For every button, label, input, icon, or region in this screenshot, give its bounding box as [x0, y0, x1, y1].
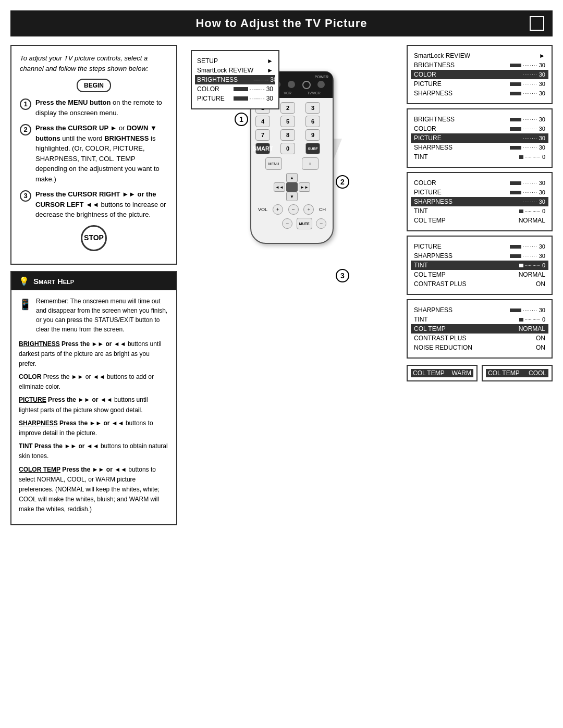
clock-button[interactable] [317, 81, 325, 88]
main-layout: To adjust your TV picture controls, sele… [10, 45, 553, 525]
menu3-color: COLOR ········ 30 [414, 178, 545, 188]
menu2-tint: TINT ············ 0 [414, 152, 545, 162]
menu-preview-box: SETUP ► SmartLock REVIEW ► BRIGHTNESS ··… [191, 50, 279, 109]
help-color: COLOR Press the ►► or ◄◄ buttons to add … [19, 372, 169, 392]
bottom-row: COL TEMP WARM COL TEMP COOL [407, 365, 553, 381]
step-circle-3: 3 [336, 269, 349, 282]
color-bar [234, 87, 248, 91]
dpad-down-button[interactable]: ▼ [286, 192, 298, 201]
num-6-button[interactable]: 6 [305, 116, 320, 127]
menu3-picture: PICTURE ········ 30 [414, 188, 545, 197]
menu-row-picture: PICTURE ········ 30 [197, 94, 273, 103]
menu4-contrast: CONTRAST PLUS ON [414, 279, 545, 289]
center-column: SETUP ► SmartLock REVIEW ► BRIGHTNESS ··… [186, 45, 398, 525]
menu5-noise: NOISE REDUCTION ON [414, 343, 545, 352]
tv-menu-2: BRIGHTNESS ········ 30 COLOR ········ 30 [407, 108, 553, 168]
menu1-picture: PICTURE ········ 30 [414, 79, 545, 89]
power-label: POWER [315, 75, 328, 79]
step-2: 2 Press the CURSOR UP ► or DOWN ▼ button… [20, 123, 168, 184]
num-3-button[interactable]: 3 [305, 102, 320, 114]
remote-mute-row: – MUTE – [255, 218, 328, 229]
dpad-right-button[interactable]: ►► [299, 182, 310, 192]
num-0-button[interactable]: 0 [280, 143, 295, 154]
help-picture: PICTURE Press the ►► or ◄◄ buttons until… [19, 395, 169, 415]
remote-dpad: ▲ ◄◄ ►► ▼ [268, 173, 315, 201]
ch-label: CH [319, 207, 326, 212]
menu-row-brightness: BRIGHTNESS ········ 30 [195, 75, 275, 84]
step-3-text: Press the CURSOR RIGHT ►► or the CURSOR … [35, 189, 168, 220]
picture-bar [234, 96, 248, 101]
num-8-button[interactable]: 8 [280, 129, 295, 141]
menu5-sharpness: SHARPNESS ········ 30 [414, 305, 545, 315]
ch-minus-button[interactable]: – [316, 218, 326, 229]
bulb-icon: 💡 [19, 276, 29, 286]
surf-label-button[interactable]: SURF [305, 143, 320, 154]
vol-label: VOL [258, 207, 267, 212]
remote-numpad: 1 2 3 4 5 6 7 8 9 SMART 0 SURF [255, 102, 328, 154]
begin-badge: BEGIN [77, 79, 111, 92]
menu1-brightness: BRIGHTNESS ········ 30 [414, 60, 545, 70]
intro-text: To adjust your TV picture controls, sele… [20, 53, 168, 73]
dpad-left-button[interactable]: ◄◄ [274, 182, 285, 192]
smart-help-header: 💡 Smart Help [11, 272, 176, 290]
dpad-down-row: ▼ [286, 192, 298, 201]
step-3-number: 3 [20, 190, 31, 202]
num-9-button[interactable]: 9 [305, 129, 320, 141]
right-column: SmartLock REVIEW ► BRIGHTNESS ········ 3… [407, 45, 553, 525]
vol-plus-button[interactable]: + [273, 204, 283, 215]
menu4-picture: PICTURE ········ 30 [414, 242, 545, 251]
vol-minus-button[interactable]: – [282, 218, 292, 229]
menu5-tint: TINT ············ 0 [414, 315, 545, 324]
coltemp-warm-box: COL TEMP WARM [407, 365, 478, 381]
dpad-center-button[interactable] [286, 182, 298, 192]
menu4-sharpness: SHARPNESS ········ 30 [414, 251, 545, 261]
menu-row-smartlock: SmartLock REVIEW ► [197, 66, 273, 75]
help-items: BRIGHTNESS Press the ►► or ◄◄ buttons un… [19, 339, 169, 515]
num-5-button[interactable]: 5 [280, 116, 295, 127]
vcr-label: VCR [284, 91, 291, 95]
tv-menu-3: COLOR ········ 30 PICTURE ········ 30 [407, 172, 553, 231]
smart-help-content: 📱 Remember: The onscreen menu will time … [11, 290, 176, 524]
tvvcr-label: TV/VCR [307, 91, 321, 95]
step-circle-1: 1 [235, 113, 248, 126]
help-colortemp: COLOR TEMP Press the ►► or ◄◄ buttons to… [19, 465, 169, 515]
menu-row-color: COLOR ········ 30 [197, 84, 273, 94]
power-button[interactable] [302, 81, 311, 89]
mute-label-button[interactable]: MUTE [297, 218, 312, 229]
instructions-box: To adjust your TV picture controls, sele… [10, 45, 177, 265]
tv-menu-4: PICTURE ········ 30 SHARPNESS ········ 3… [407, 236, 553, 295]
help-sharpness: SHARPNESS Press the ►► or ◄◄ buttons to … [19, 418, 169, 438]
coltemp-warm-row: COL TEMP WARM [411, 369, 473, 377]
dpad-mid-row: ◄◄ ►► [274, 182, 310, 192]
stack-icon: 📱 [19, 297, 32, 334]
cc-button[interactable] [288, 81, 295, 88]
menu-button[interactable]: MENU [265, 157, 282, 170]
brightness-bar [238, 78, 252, 82]
menu4-coltemp: COL TEMP NORMAL [414, 270, 545, 279]
menu5-coltemp: COL TEMP NORMAL [411, 324, 548, 334]
remote-vol-row: VOL + – + CH [255, 204, 328, 215]
header-box [530, 16, 544, 31]
menu2-sharpness: SHARPNESS ········ 30 [414, 143, 545, 152]
menu1-smartlock: SmartLock REVIEW ► [414, 51, 545, 60]
step-1-number: 1 [20, 98, 31, 110]
mute-button[interactable]: – [288, 204, 299, 215]
step-1: 1 Press the MENU button on the remote to… [20, 97, 168, 118]
menu1-sharpness: SHARPNESS ········ 30 [414, 89, 545, 98]
ch-plus-button[interactable]: + [303, 204, 314, 215]
menu2-brightness: BRIGHTNESS ········ 30 [414, 115, 545, 124]
pause-button[interactable]: ⏸ [302, 157, 319, 170]
tv-menu-5: SHARPNESS ········ 30 TINT ············ … [407, 299, 553, 359]
remote-menu-row: MENU ⏸ [255, 157, 328, 170]
num-2-button[interactable]: 2 [280, 102, 295, 114]
dpad-up-button[interactable]: ▲ [286, 173, 298, 182]
smart-help-title: Smart Help [33, 277, 74, 286]
tv-menu-1: SmartLock REVIEW ► BRIGHTNESS ········ 3… [407, 45, 553, 104]
smart-label-button[interactable]: SMART [255, 143, 270, 154]
menu1-color: COLOR ········ 30 [411, 70, 548, 79]
menu2-picture: PICTURE ········ 30 [411, 133, 548, 143]
num-7-button[interactable]: 7 [255, 129, 270, 141]
menu-row-setup: SETUP ► [197, 56, 273, 66]
menu4-tint: TINT ············ 0 [411, 261, 548, 270]
num-4-button[interactable]: 4 [255, 116, 270, 127]
